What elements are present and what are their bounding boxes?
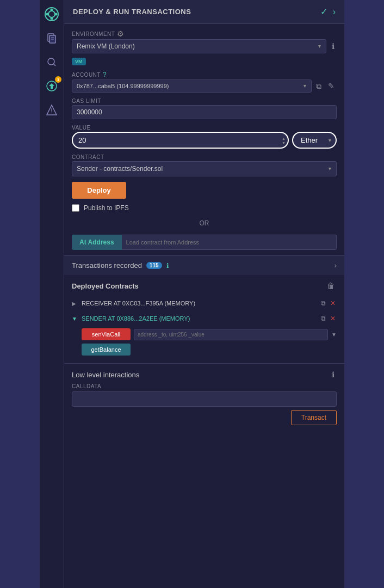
publish-ipfs-label: Publish to IPFS	[84, 204, 129, 212]
transact-row: Transact	[72, 410, 337, 425]
svg-line-11	[54, 64, 56, 66]
deploy-row: Deploy	[72, 182, 337, 199]
gas-limit-input[interactable]	[72, 105, 337, 119]
svg-point-4	[46, 13, 49, 16]
panel-content: ENVIRONMENT ⚙ Remix VM (London) ℹ VM	[64, 24, 344, 255]
svg-point-3	[51, 17, 53, 20]
environment-dropdown-icon[interactable]: ⚙	[117, 29, 125, 38]
value-down-btn[interactable]: ▼	[282, 140, 286, 144]
receiver-contract-item: ▶ RECEIVER AT 0XC03...F395A (MEMORY) ⧉ ✕	[72, 296, 337, 311]
svg-point-15	[51, 113, 52, 114]
publish-ipfs-checkbox[interactable]	[72, 204, 79, 212]
transactions-chevron: ›	[335, 261, 337, 270]
account-label: ACCOUNT ?	[72, 71, 337, 78]
value-label: VALUE	[72, 125, 337, 131]
environment-label: ENVIRONMENT ⚙	[72, 29, 337, 38]
value-row: ▲ ▼ Wei Gwei Ether Finney	[72, 132, 337, 149]
transact-button[interactable]: Transact	[291, 410, 337, 425]
deploy-button[interactable]: Deploy	[72, 182, 126, 199]
account-select-wrapper: 0x787...cabaB (104.99999999999)	[72, 79, 312, 93]
calldata-label: CALLDATA	[72, 383, 337, 389]
deploy-badge: 1	[55, 76, 61, 83]
value-section: VALUE ▲ ▼ Wei Gwei Ether	[72, 125, 337, 149]
receiver-copy-btn[interactable]: ⧉	[320, 298, 327, 308]
account-select[interactable]: 0x787...cabaB (104.99999999999)	[72, 79, 312, 93]
deployed-header: Deployed Contracts 🗑	[72, 280, 337, 291]
senViaCall-input[interactable]	[134, 329, 328, 340]
value-up-btn[interactable]: ▲	[282, 136, 286, 140]
sender-chevron[interactable]: ▼	[72, 316, 78, 322]
value-input[interactable]	[72, 132, 289, 149]
contract-label: CONTRACT	[72, 154, 337, 160]
contract-select[interactable]: Sender - contracts/Sender.sol	[72, 161, 337, 176]
account-question-icon[interactable]: ?	[103, 71, 107, 78]
senViaCall-row: senViaCall ▼	[82, 328, 337, 340]
publish-ipfs-row: Publish to IPFS	[72, 204, 337, 212]
environment-row: Remix VM (London) ℹ	[72, 39, 337, 53]
environment-info-btn[interactable]: ℹ	[330, 41, 337, 52]
main-panel: DEPLOY & RUN TRANSACTIONS ✓ › ENVIRONMEN…	[64, 0, 344, 588]
copy-account-btn[interactable]: ⧉	[314, 81, 324, 92]
account-section: ACCOUNT ? 0x787...cabaB (104.99999999999…	[72, 71, 337, 93]
deployed-title: Deployed Contracts	[72, 282, 139, 290]
vm-badge: VM	[72, 58, 86, 65]
calldata-input[interactable]	[72, 391, 337, 407]
sidebar-icon-deploy[interactable]: 1	[43, 77, 60, 95]
contract-section: CONTRACT Sender - contracts/Sender.sol	[72, 154, 337, 176]
environment-select[interactable]: Remix VM (London)	[72, 39, 326, 53]
svg-point-10	[48, 58, 54, 65]
receiver-actions: ⧉ ✕	[320, 298, 337, 308]
deployed-contracts-section: Deployed Contracts 🗑 ▶ RECEIVER AT 0XC03…	[64, 275, 344, 363]
sidebar: 1	[40, 0, 64, 588]
value-spinner: ▲ ▼	[282, 136, 286, 144]
low-level-header: Low level interactions ℹ	[72, 369, 337, 380]
vm-badge-row: VM	[72, 56, 337, 65]
account-row: 0x787...cabaB (104.99999999999) ⧉ ✎	[72, 79, 337, 93]
expand-icon[interactable]: ›	[333, 7, 336, 17]
at-address-input[interactable]	[122, 235, 337, 250]
environment-section: ENVIRONMENT ⚙ Remix VM (London) ℹ VM	[72, 29, 337, 65]
panel-header: DEPLOY & RUN TRANSACTIONS ✓ ›	[64, 0, 344, 24]
ether-unit-select[interactable]: Wei Gwei Ether Finney	[292, 132, 337, 149]
sender-close-btn[interactable]: ✕	[329, 314, 337, 323]
sender-contract-item: ▼ SENDER AT 0X886...2A2EE (MEMORY) ⧉ ✕	[72, 311, 337, 326]
panel-title: DEPLOY & RUN TRANSACTIONS	[73, 8, 191, 16]
sidebar-icon-files[interactable]	[43, 29, 60, 47]
at-address-button[interactable]: At Address	[72, 235, 122, 250]
tx-count-badge: 115	[146, 262, 162, 269]
svg-point-1	[48, 11, 55, 17]
at-address-row: At Address	[72, 235, 337, 250]
gas-limit-section: GAS LIMIT	[72, 98, 337, 119]
header-icons: ✓ ›	[320, 7, 336, 17]
edit-account-btn[interactable]: ✎	[326, 81, 337, 91]
receiver-close-btn[interactable]: ✕	[329, 298, 337, 308]
value-input-wrapper: ▲ ▼	[72, 132, 289, 149]
low-level-title: Low level interactions	[72, 371, 139, 379]
sidebar-icon-extensions[interactable]	[43, 101, 60, 119]
sender-actions: ⧉ ✕	[320, 314, 337, 323]
senViaCall-chevron[interactable]: ▼	[331, 332, 337, 338]
low-level-section: Low level interactions ℹ CALLDATA Transa…	[64, 363, 344, 431]
transactions-bar[interactable]: Transactions recorded 115 ℹ ›	[64, 255, 344, 275]
contract-select-wrapper: Sender - contracts/Sender.sol	[72, 161, 337, 176]
sidebar-icon-search[interactable]	[43, 53, 60, 71]
ether-select-wrapper: Wei Gwei Ether Finney	[292, 132, 337, 149]
check-icon: ✓	[320, 7, 327, 17]
transactions-label: Transactions recorded	[72, 261, 142, 270]
senViaCall-button[interactable]: senViaCall	[82, 328, 131, 340]
low-level-info-btn[interactable]: ℹ	[330, 369, 337, 380]
or-divider: OR	[72, 217, 337, 229]
svg-point-5	[55, 13, 58, 16]
receiver-chevron[interactable]: ▶	[72, 301, 78, 307]
sender-contract-name: SENDER AT 0X886...2A2EE (MEMORY)	[82, 315, 317, 322]
getBalance-button[interactable]: getBalance	[82, 344, 131, 356]
getBalance-row: getBalance	[82, 344, 337, 356]
svg-point-2	[51, 9, 53, 11]
sender-copy-btn[interactable]: ⧉	[320, 314, 327, 323]
gas-limit-label: GAS LIMIT	[72, 98, 337, 104]
environment-select-wrapper: Remix VM (London)	[72, 39, 326, 53]
transactions-info-icon: ℹ	[166, 262, 169, 270]
transactions-left: Transactions recorded 115 ℹ	[72, 261, 169, 270]
sidebar-icon-logo[interactable]	[43, 5, 60, 23]
clear-contracts-btn[interactable]: 🗑	[325, 280, 337, 291]
